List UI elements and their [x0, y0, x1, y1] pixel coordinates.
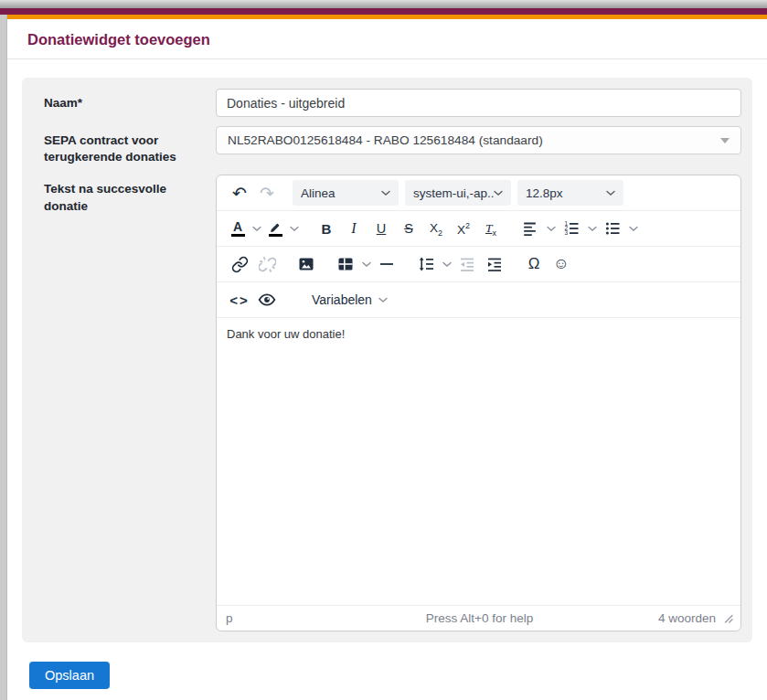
naam-label: Naam*: [33, 89, 216, 117]
image-icon: [298, 256, 314, 272]
word-count[interactable]: 4 woorden: [658, 611, 716, 625]
text-color-icon: A: [231, 220, 245, 237]
emoji-smiley-icon: ☺: [553, 255, 569, 273]
variables-menu-button[interactable]: Variabelen: [304, 287, 395, 313]
naam-input[interactable]: [216, 89, 741, 117]
link-icon: [231, 256, 249, 273]
svg-text:3: 3: [565, 230, 569, 237]
accessibility-help-text: Press Alt+0 for help: [426, 611, 533, 625]
insert-image-button[interactable]: [293, 251, 320, 277]
resize-handle-icon[interactable]: [724, 614, 733, 623]
strikethrough-button[interactable]: S: [395, 216, 422, 241]
bold-button[interactable]: B: [313, 216, 340, 241]
editor-paragraph: Dank voor uw donatie!: [227, 327, 730, 341]
emoji-button[interactable]: ☺: [548, 251, 575, 277]
subscript-icon: X2: [430, 221, 442, 238]
chevron-down-icon: [378, 297, 388, 303]
chevron-down-icon: [362, 261, 371, 268]
undo-icon: ↶: [232, 185, 247, 202]
toolbar-row-1: ↶ ↷ Alinea s: [217, 175, 740, 211]
code-icon: <>: [229, 292, 250, 308]
chevron-down-icon: [252, 226, 261, 232]
background-color-menu-button[interactable]: [287, 216, 301, 241]
chevron-down-icon: [442, 261, 452, 268]
insert-link-button[interactable]: [226, 251, 253, 277]
editor-statusbar: p Press Alt+0 for help 4 woorden: [217, 605, 740, 631]
element-path[interactable]: p: [226, 611, 426, 625]
chevron-down-icon: [588, 226, 597, 232]
align-menu-button[interactable]: [544, 216, 558, 241]
form-row-sepa: SEPA contract voor terugkerende donaties…: [33, 126, 741, 165]
tekst-label: Tekst na succesvolle donatie: [33, 175, 216, 631]
save-button[interactable]: Opslaan: [29, 662, 110, 689]
card-header: Donatiewidget toevoegen: [7, 19, 767, 59]
ordered-list-button[interactable]: 123: [558, 216, 585, 241]
text-color-menu-button[interactable]: [250, 216, 263, 241]
superscript-button[interactable]: X2: [450, 216, 477, 241]
italic-button[interactable]: I: [340, 216, 368, 241]
main-card: Donatiewidget toevoegen Naam* SEPA contr…: [7, 15, 767, 700]
table-menu-button[interactable]: [359, 251, 373, 277]
toolbar-row-2: A: [217, 211, 740, 247]
form-row-naam: Naam*: [33, 89, 741, 117]
brand-maroon-bar: [0, 8, 767, 15]
bold-icon: B: [322, 221, 332, 237]
align-left-icon: [522, 220, 538, 237]
redo-button[interactable]: ↷: [253, 180, 281, 206]
bullet-list-menu-button[interactable]: [626, 216, 640, 241]
page-left-gutter: [0, 15, 7, 700]
insert-table-button[interactable]: [332, 251, 359, 277]
chevron-down-icon: [381, 190, 390, 196]
form-panel: Naam* SEPA contract voor terugkerende do…: [22, 78, 752, 642]
sepa-label: SEPA contract voor terugkerende donaties: [33, 126, 216, 165]
block-format-select[interactable]: Alinea: [293, 180, 399, 206]
table-icon: [337, 256, 354, 272]
superscript-icon: X2: [457, 221, 470, 237]
card-body: Naam* SEPA contract voor terugkerende do…: [7, 59, 767, 689]
outdent-button[interactable]: [453, 251, 481, 277]
chevron-down-icon: [290, 226, 299, 232]
bullet-list-button[interactable]: [599, 216, 626, 241]
sepa-contract-select[interactable]: NL52RABO0125618484 - RABO 125618484 (sta…: [216, 126, 741, 154]
subscript-button[interactable]: X2: [422, 216, 450, 241]
horizontal-rule-button[interactable]: [373, 251, 400, 277]
toolbar-row-4: <> Variabelen: [217, 282, 740, 318]
source-code-button[interactable]: <>: [226, 287, 253, 313]
line-height-icon: [418, 256, 434, 272]
line-height-menu-button[interactable]: [440, 251, 453, 277]
chevron-down-icon: [547, 226, 556, 232]
chevron-down-icon: [606, 190, 615, 196]
bullet-list-icon: [604, 220, 621, 237]
line-height-button[interactable]: [412, 251, 440, 277]
unlink-icon: [259, 256, 276, 273]
eye-icon: [258, 291, 276, 309]
chevron-down-icon: [494, 190, 503, 196]
redo-icon: ↷: [260, 185, 274, 202]
page-title: Donatiewidget toevoegen: [27, 31, 747, 48]
underline-button[interactable]: U: [368, 216, 395, 241]
rich-text-editor: ↶ ↷ Alinea s: [216, 175, 741, 631]
screen: Donatiewidget toevoegen Naam* SEPA contr…: [0, 0, 767, 700]
text-color-button[interactable]: A: [226, 216, 250, 241]
undo-button[interactable]: ↶: [226, 180, 253, 206]
ordered-list-menu-button[interactable]: [585, 216, 599, 241]
special-character-button[interactable]: Ω: [520, 251, 548, 277]
background-color-button[interactable]: [263, 216, 287, 241]
clear-formatting-icon: Tx: [485, 221, 496, 238]
toolbar-row-3: Ω ☺: [217, 247, 740, 282]
remove-link-button[interactable]: [253, 251, 281, 277]
clear-formatting-button[interactable]: Tx: [477, 216, 505, 241]
omega-icon: Ω: [528, 255, 540, 273]
align-button[interactable]: [517, 216, 544, 241]
font-size-select[interactable]: 12.8px: [517, 180, 623, 206]
chevron-down-icon: [629, 226, 638, 232]
strikethrough-icon: S: [404, 221, 413, 236]
chevron-down-icon: [720, 138, 730, 143]
underline-icon: U: [377, 221, 386, 236]
editor-content[interactable]: Dank voor uw donatie!: [217, 318, 740, 605]
preview-button[interactable]: [253, 287, 281, 313]
italic-icon: I: [351, 220, 356, 237]
font-family-select[interactable]: system-ui,-ap...: [405, 180, 511, 206]
highlighter-pen-icon: [268, 221, 282, 237]
indent-button[interactable]: [481, 251, 508, 277]
